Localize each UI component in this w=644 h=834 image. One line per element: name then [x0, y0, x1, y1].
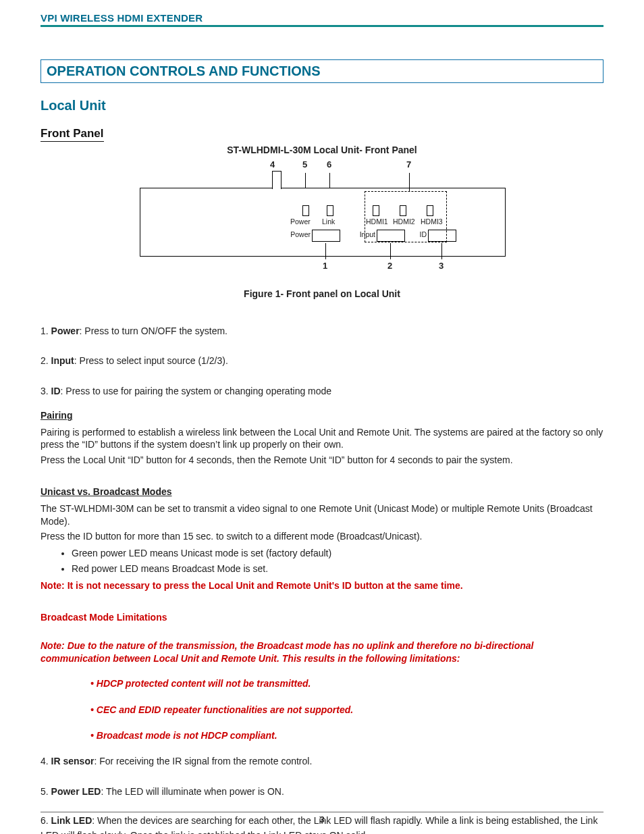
- pairing-p1: Pairing is performed to establish a wire…: [41, 426, 603, 452]
- list-item: Green power LED means Unicast mode is se…: [72, 547, 603, 560]
- figure-title: ST-WLHDMI-L-30M Local Unit- Front Panel: [136, 145, 508, 155]
- header-rule: [41, 25, 603, 27]
- broadcast-lim-1: • HDCP protected content will not be tra…: [90, 676, 603, 691]
- page-number: 3: [0, 814, 644, 825]
- callout-7: 7: [406, 159, 411, 170]
- id-btn-label: ID: [413, 230, 427, 238]
- modes-bullets: Green power LED means Unicast mode is se…: [72, 547, 603, 575]
- callout-2: 2: [387, 261, 392, 271]
- broadcast-heading: Broadcast Mode Limitations: [41, 610, 603, 625]
- callout-3: 3: [439, 261, 444, 271]
- list-item: 4. IR sensor: For receiving the IR signa…: [41, 754, 603, 768]
- pairing-heading: Pairing: [41, 408, 603, 423]
- power-btn-label: Power: [286, 230, 311, 238]
- modes-note: Note: It is not necessary to press the L…: [41, 579, 603, 592]
- modes-p1: The ST-WLHDMI-30M can be set to transmit…: [41, 502, 603, 528]
- power-led-icon: [302, 205, 309, 216]
- input-btn-label: Input: [354, 230, 375, 238]
- broadcast-lim-3: • Broadcast mode is not HDCP compliant.: [90, 728, 603, 743]
- link-led-label: Link: [322, 217, 335, 226]
- list-item: 5. Power LED: The LED will illuminate wh…: [41, 784, 603, 799]
- ir-window: [272, 171, 281, 189]
- hdmi2-led-icon: [400, 205, 406, 216]
- hdmi2-label: HDMI2: [393, 217, 415, 226]
- list-item: 2. Input: Press to select input source (…: [41, 353, 603, 368]
- hdmi1-led-icon: [373, 205, 379, 216]
- header-product: VPI WIRELESS HDMI EXTENDER: [41, 12, 603, 24]
- broadcast-note: Note: Due to the nature of the transmiss…: [41, 640, 603, 665]
- input-button-icon: [377, 230, 405, 242]
- callout-5: 5: [302, 159, 307, 170]
- modes-p2: Press the ID button for more than 15 sec…: [41, 530, 603, 543]
- front-panel-diagram: 4 5 6 7 Power Link HDMI1 HDMI2 HDMI: [136, 159, 508, 284]
- list-item: 3. ID: Press to use for pairing the syst…: [41, 384, 603, 398]
- broadcast-lim-2: • CEC and EDID repeater functionalities …: [90, 702, 603, 717]
- pairing-p2: Press the Local Unit “ID” button for 4 s…: [41, 454, 603, 467]
- hdmi1-label: HDMI1: [366, 217, 388, 226]
- callout-6: 6: [327, 159, 331, 170]
- hdmi3-label: HDMI3: [421, 217, 443, 226]
- figure-caption: Figure 1- Front panel on Local Unit: [136, 288, 508, 299]
- list-item: Red power LED means Broadcast Mode is se…: [72, 563, 603, 575]
- list-item: 1. Power: Press to turn ON/OFF the syste…: [41, 323, 603, 338]
- callout-4: 4: [270, 159, 275, 170]
- footer-rule: [41, 812, 603, 812]
- section-title: OPERATION CONTROLS AND FUNCTIONS: [41, 59, 603, 83]
- panel-heading: Front Panel: [41, 127, 104, 142]
- callout-1: 1: [323, 261, 327, 271]
- power-button-icon: [312, 230, 340, 242]
- power-led-label: Power: [290, 217, 311, 226]
- modes-heading: Unicast vs. Broadcast Modes: [41, 484, 603, 499]
- id-button-icon: [428, 230, 456, 242]
- hdmi3-led-icon: [427, 205, 433, 216]
- link-led-icon: [327, 205, 333, 216]
- subsection-title: Local Unit: [41, 98, 603, 113]
